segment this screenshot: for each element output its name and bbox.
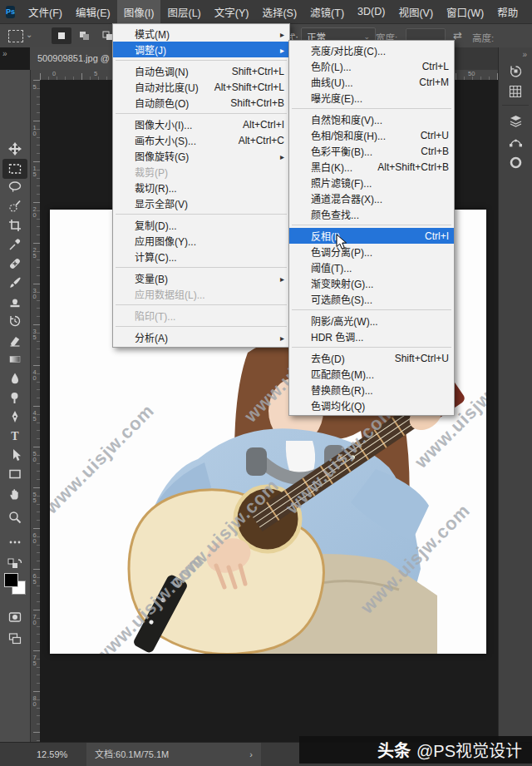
- history-panel-icon[interactable]: [506, 62, 525, 80]
- color-panel-icon[interactable]: [506, 153, 525, 171]
- menubar-filter[interactable]: 滤镜(T): [303, 0, 351, 24]
- switch-colors-icon[interactable]: [5, 555, 25, 573]
- layers-panel-icon[interactable]: [506, 111, 525, 130]
- panel-collapse-icon[interactable]: »: [522, 50, 526, 59]
- zoom-tool[interactable]: [5, 508, 25, 526]
- tool-preset-icon[interactable]: [8, 30, 23, 42]
- menubar-help[interactable]: 帮助: [490, 0, 525, 24]
- vertical-ruler[interactable]: 5101520253035404550556065707580: [30, 80, 40, 743]
- menu-item-image-rotation[interactable]: 图像旋转(G): [113, 148, 289, 164]
- menu-item-posterize[interactable]: 色调分离(P)...: [289, 244, 454, 259]
- adjustments-submenu: 亮度/对比度(C)... 色阶(L)...Ctrl+L 曲线(U)...Ctrl…: [288, 40, 455, 416]
- ruler-label: 40: [31, 368, 38, 380]
- menu-item-adjustments[interactable]: 调整(J): [113, 42, 289, 57]
- menubar-view[interactable]: 视图(V): [392, 0, 440, 24]
- menubar-image[interactable]: 图像(I): [117, 0, 161, 24]
- menu-separator: [116, 113, 287, 114]
- menu-item-vibrance[interactable]: 自然饱和度(V)...: [289, 111, 454, 127]
- gradient-tool[interactable]: [5, 350, 25, 368]
- quick-mask-icon[interactable]: [5, 608, 25, 626]
- eyedropper-tool[interactable]: [5, 235, 25, 254]
- menu-item-levels[interactable]: 色阶(L)...Ctrl+L: [289, 58, 454, 74]
- menu-item-auto-color[interactable]: 自动颜色(O)Shift+Ctrl+B: [113, 95, 289, 111]
- menu-item-hdr-toning[interactable]: HDR 色调...: [289, 329, 454, 344]
- menubar-file[interactable]: 文件(F): [22, 0, 69, 24]
- ruler-label: 45: [31, 409, 38, 421]
- menu-item-analysis[interactable]: 分析(A): [113, 329, 289, 345]
- screen-mode-icon[interactable]: [5, 630, 25, 648]
- menu-item-desaturate[interactable]: 去色(D)Shift+Ctrl+U: [289, 350, 454, 366]
- menu-item-reveal-all[interactable]: 显示全部(V): [113, 195, 289, 211]
- menu-item-match-color[interactable]: 匹配颜色(M)...: [289, 366, 454, 382]
- dodge-tool[interactable]: [5, 388, 25, 407]
- svg-text:T: T: [11, 430, 19, 442]
- menu-item-channel-mixer[interactable]: 通道混合器(X)...: [289, 190, 454, 206]
- menubar-edit[interactable]: 编辑(E): [69, 0, 117, 24]
- menu-item-invert[interactable]: 反相(I)Ctrl+I: [289, 228, 454, 244]
- add-to-selection-button[interactable]: [75, 27, 95, 44]
- menu-item-shadows-highlights[interactable]: 阴影/高光(W)...: [289, 313, 454, 329]
- type-tool[interactable]: T: [5, 427, 25, 445]
- chevron-down-icon[interactable]: ⌄: [26, 30, 32, 39]
- menu-item-replace-color[interactable]: 替换颜色(R)...: [289, 382, 454, 398]
- menu-item-gradient-map[interactable]: 渐变映射(G)...: [289, 275, 454, 291]
- ruler-label: 55: [31, 491, 38, 502]
- menubar-select[interactable]: 选择(S): [255, 0, 303, 24]
- menu-item-equalize[interactable]: 色调均化(Q): [289, 398, 454, 413]
- status-chevron-icon[interactable]: ›: [249, 743, 253, 766]
- quick-selection-tool[interactable]: [5, 197, 25, 215]
- menubar-type[interactable]: 文字(Y): [208, 0, 256, 24]
- menu-item-duplicate[interactable]: 复制(D)...: [113, 217, 289, 233]
- menu-item-image-size[interactable]: 图像大小(I)...Alt+Ctrl+I: [113, 116, 289, 132]
- menu-item-photo-filter[interactable]: 照片滤镜(F)...: [289, 175, 454, 190]
- edit-toolbar-icon[interactable]: [5, 533, 25, 551]
- path-selection-tool[interactable]: [5, 446, 25, 464]
- menu-item-color-lookup[interactable]: 颜色查找...: [289, 206, 454, 222]
- lasso-tool[interactable]: [5, 178, 25, 196]
- mouse-cursor: [336, 234, 347, 254]
- document-info[interactable]: 文档:60.1M/75.1M ›: [86, 743, 261, 766]
- menu-item-auto-tone[interactable]: 自动色调(N)Shift+Ctrl+L: [113, 63, 289, 79]
- paths-panel-icon[interactable]: [506, 132, 525, 151]
- menu-item-brightness-contrast[interactable]: 亮度/对比度(C)...: [289, 42, 454, 58]
- menu-item-black-white[interactable]: 黑白(K)...Alt+Shift+Ctrl+B: [289, 159, 454, 175]
- ruler-label: 20: [31, 205, 38, 217]
- tools-collapse-icon[interactable]: »: [2, 49, 7, 58]
- eraser-tool[interactable]: [5, 331, 25, 349]
- new-selection-button[interactable]: [52, 27, 71, 44]
- rectangle-shape-tool[interactable]: [5, 465, 25, 483]
- spot-healing-brush-tool[interactable]: [5, 255, 25, 273]
- menubar-3d[interactable]: 3D(D): [351, 2, 392, 22]
- zoom-level[interactable]: 12.59%: [37, 743, 67, 766]
- menubar-layer[interactable]: 图层(L): [160, 0, 207, 24]
- menu-item-variables[interactable]: 变量(B): [113, 270, 289, 286]
- crop-tool[interactable]: [5, 216, 25, 235]
- menubar-window[interactable]: 窗口(W): [440, 0, 490, 24]
- menu-item-curves[interactable]: 曲线(U)...Ctrl+M: [289, 74, 454, 90]
- menu-item-color-balance[interactable]: 色彩平衡(B)...Ctrl+B: [289, 143, 454, 159]
- swatches-panel-icon[interactable]: [506, 82, 525, 101]
- ruler-label: 65: [31, 572, 38, 584]
- menu-item-selective-color[interactable]: 可选颜色(S)...: [289, 291, 454, 307]
- menu-item-canvas-size[interactable]: 画布大小(S)...Alt+Ctrl+C: [113, 132, 289, 148]
- menu-item-exposure[interactable]: 曝光度(E)...: [289, 90, 454, 106]
- foreground-background-color-swatches[interactable]: [4, 573, 26, 595]
- brush-tool[interactable]: [5, 274, 25, 292]
- rectangular-marquee-tool[interactable]: [2, 159, 27, 179]
- hand-tool[interactable]: [5, 485, 25, 503]
- menu-item-auto-contrast[interactable]: 自动对比度(U)Alt+Shift+Ctrl+L: [113, 79, 289, 95]
- minimize-button[interactable]: –: [525, 0, 532, 23]
- menu-item-mode[interactable]: 模式(M): [113, 26, 289, 42]
- move-tool[interactable]: [5, 140, 25, 158]
- menu-item-hue-saturation[interactable]: 色相/饱和度(H)...Ctrl+U: [289, 127, 454, 143]
- history-brush-tool[interactable]: [5, 312, 25, 330]
- menu-item-calculations[interactable]: 计算(C)...: [113, 249, 289, 264]
- clone-stamp-tool[interactable]: [5, 293, 25, 311]
- pen-tool[interactable]: [5, 408, 25, 426]
- menu-item-threshold[interactable]: 阈值(T)...: [289, 259, 454, 275]
- menu-item-trim[interactable]: 裁切(R)...: [113, 180, 289, 195]
- menu-separator: [116, 304, 287, 305]
- foreground-color-swatch[interactable]: [4, 573, 18, 587]
- blur-tool[interactable]: [5, 369, 25, 388]
- menu-item-apply-image[interactable]: 应用图像(Y)...: [113, 233, 289, 249]
